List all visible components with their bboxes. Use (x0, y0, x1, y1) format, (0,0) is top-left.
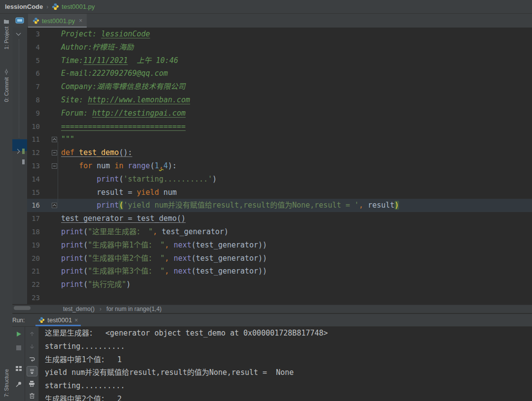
close-icon[interactable]: × (79, 17, 82, 24)
run-panel-header: Run: test0001 × (12, 314, 532, 327)
breadcrumb-project[interactable]: lessionCode (5, 3, 43, 10)
horizontal-scrollbar[interactable] (14, 306, 31, 310)
print-button[interactable] (27, 379, 37, 389)
code-editor[interactable]: 3Project: lessionCode4Author:柠檬班-海励5Time… (27, 28, 532, 305)
code-text: E-mail:2227092769@qq.com (61, 67, 168, 80)
code-line-10[interactable]: 10============================ (27, 120, 532, 133)
code-line-16[interactable]: 16 print('yield num并没有赋值给result,result的值… (27, 199, 532, 212)
breadcrumb-item[interactable]: test_demo() (63, 306, 95, 312)
restore-layout-button[interactable] (14, 364, 24, 373)
fold-collapse-icon[interactable] (52, 163, 57, 169)
sidebar-item-commit[interactable]: 0: Commit (0, 69, 12, 102)
fold-gutter (43, 80, 61, 93)
line-number[interactable]: 13 (27, 159, 43, 173)
code-text: test_generator = test_demo() (61, 212, 186, 225)
sidebar-item-structure[interactable]: 7: Structure (0, 369, 12, 397)
close-icon[interactable]: × (74, 317, 78, 324)
tree-guide-line (19, 39, 19, 138)
line-number[interactable]: 8 (27, 93, 43, 107)
line-number[interactable]: 14 (27, 173, 43, 186)
code-line-6[interactable]: 6E-mail:2227092769@qq.com (27, 67, 532, 80)
code-lines: 3Project: lessionCode4Author:柠檬班-海励5Time… (27, 28, 532, 305)
line-number[interactable]: 12 (27, 146, 43, 159)
sidebar-item-project[interactable]: 1: Project (0, 19, 12, 49)
python-icon (38, 317, 45, 323)
tool-window-stripe: 1: Project 0: Commit 7: Structure (0, 14, 13, 401)
pin-button[interactable] (14, 379, 24, 389)
code-line-5[interactable]: 5Time:11/11/2021 上午 10:46 (27, 54, 532, 67)
down-stack-icon (29, 343, 35, 349)
code-line-18[interactable]: 18print("这里是生成器： ", test_generator) (27, 225, 532, 239)
fold-gutter (43, 252, 61, 265)
console-line: yield num并没有赋值给result,result的值为None,resu… (45, 366, 532, 379)
commit-icon (3, 69, 9, 75)
code-line-20[interactable]: 20print("生成器中第2个值： ", next(test_generato… (27, 252, 532, 265)
code-line-3[interactable]: 3Project: lessionCode (27, 28, 532, 41)
breadcrumb-file[interactable]: test0001.py (62, 3, 95, 10)
fold-gutter (43, 278, 61, 291)
stop-button[interactable] (14, 343, 24, 353)
tab-test0001[interactable]: test0001.py × (28, 14, 87, 28)
line-number[interactable]: 15 (27, 186, 43, 199)
code-line-9[interactable]: 9Forum: http://testingpai.com (27, 107, 532, 120)
project-panel-sliver[interactable] (12, 28, 28, 304)
fold-gutter (43, 67, 61, 80)
line-number[interactable]: 7 (27, 80, 43, 93)
fold-collapse-icon[interactable] (52, 150, 57, 155)
code-line-21[interactable]: 21print("生成器中第3个值： ", next(test_generato… (27, 265, 532, 278)
line-number[interactable]: 20 (27, 252, 43, 265)
code-line-23[interactable]: 23 (27, 291, 532, 305)
run-tab-label: test0001 (47, 316, 72, 324)
fold-gutter (43, 291, 61, 305)
python-icon (52, 3, 59, 10)
line-number[interactable]: 23 (27, 291, 43, 305)
monitor-icon[interactable] (15, 17, 24, 25)
code-line-7[interactable]: 7Company:湖南零檬信息技术有限公司 (27, 80, 532, 93)
fold-end-icon[interactable] (52, 137, 57, 142)
rerun-icon (15, 331, 22, 338)
code-line-4[interactable]: 4Author:柠檬班-海励 (27, 41, 532, 54)
code-text: print("生成器中第3个值： ", next(test_generator)… (61, 265, 267, 278)
line-number[interactable]: 19 (27, 239, 43, 252)
line-number[interactable]: 16 (27, 199, 43, 212)
line-number[interactable]: 22 (27, 278, 43, 291)
code-line-8[interactable]: 8Site: http://www.lemonban.com (27, 93, 532, 107)
code-line-17[interactable]: 17test_generator = test_demo() (27, 212, 532, 225)
line-number[interactable]: 10 (27, 120, 43, 133)
up-stack-button[interactable] (27, 329, 37, 339)
console-line: starting.......... (45, 340, 532, 353)
code-line-15[interactable]: 15 result = yield num (27, 186, 532, 199)
chevron-down-icon[interactable] (16, 31, 21, 36)
console-output[interactable]: 这里是生成器： <generator object test_demo at 0… (39, 327, 532, 401)
line-number[interactable]: 11 (27, 133, 43, 146)
line-number[interactable]: 3 (27, 28, 43, 41)
console-line: 生成器中第1个值： 1 (45, 353, 532, 367)
code-text: Company:湖南零檬信息技术有限公司 (61, 80, 185, 93)
fold-end-icon[interactable] (52, 203, 57, 208)
line-number[interactable]: 6 (27, 67, 43, 80)
line-number[interactable]: 5 (27, 54, 43, 67)
code-line-14[interactable]: 14 print('starting..........') (27, 173, 532, 186)
line-number[interactable]: 21 (27, 265, 43, 278)
breadcrumb-item[interactable]: for num in range(1,4) (106, 306, 162, 312)
line-number[interactable]: 18 (27, 225, 43, 239)
code-line-19[interactable]: 19print("生成器中第1个值： ", next(test_generato… (27, 239, 532, 252)
down-stack-button[interactable] (27, 341, 37, 351)
code-text: Forum: http://testingpai.com (61, 107, 186, 120)
rerun-button[interactable] (14, 329, 24, 339)
code-line-13[interactable]: 13 for num in range(1,4): (27, 159, 532, 173)
project-tree-selection[interactable] (12, 139, 27, 151)
code-line-12[interactable]: 12def test_demo(): (27, 146, 532, 159)
editor-breadcrumbs: test_demo() › for num in range(1,4) (12, 305, 532, 313)
code-line-22[interactable]: 22print("执行完成") (27, 278, 532, 291)
code-text: print('starting..........') (61, 173, 217, 186)
code-text: Time:11/11/2021 上午 10:46 (61, 54, 178, 67)
scroll-to-end-button[interactable] (27, 366, 37, 376)
run-tab-test0001[interactable]: test0001 × (35, 314, 81, 326)
clear-all-button[interactable] (27, 391, 37, 401)
line-number[interactable]: 17 (27, 212, 43, 225)
line-number[interactable]: 4 (27, 41, 43, 54)
line-number[interactable]: 9 (27, 107, 43, 120)
soft-wrap-button[interactable] (27, 354, 37, 364)
code-line-11[interactable]: 11""" (27, 133, 532, 146)
